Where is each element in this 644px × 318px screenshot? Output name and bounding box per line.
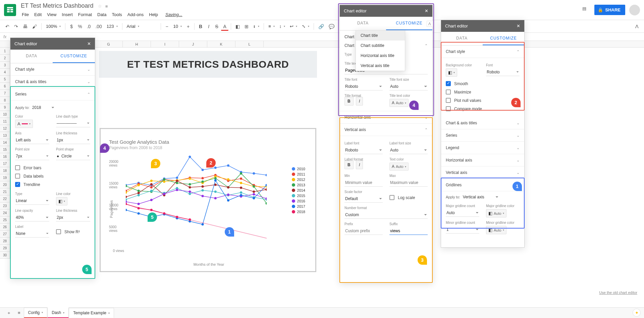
chart-font-select[interactable]: Roboto — [486, 68, 520, 76]
maximize-checkbox[interactable] — [446, 89, 451, 94]
min-input[interactable] — [344, 179, 383, 187]
row-header[interactable]: 11 — [0, 118, 10, 125]
row-header[interactable]: 12 — [0, 125, 10, 132]
section-series[interactable]: Series⌃ — [10, 88, 95, 101]
row-header[interactable]: 26 — [0, 224, 10, 231]
gridlines-apply-select[interactable]: Vertical axis — [462, 193, 499, 201]
paint-format-icon[interactable]: 🖌 — [30, 22, 39, 31]
column-header[interactable]: H — [123, 41, 151, 47]
link-icon[interactable]: 🔗 — [316, 22, 326, 31]
close-icon[interactable]: ✕ — [517, 23, 520, 28]
sheet-tab-config[interactable]: Config▾ — [24, 308, 48, 318]
section-gridlines[interactable]: Gridlines⌃ — [441, 179, 524, 191]
sheet-tab-template[interactable]: Template Example▾ — [69, 308, 114, 318]
row-header[interactable]: 1 — [0, 48, 10, 55]
close-icon[interactable]: ✕ — [425, 8, 428, 13]
print-icon[interactable]: 🖶 — [21, 22, 30, 31]
title-color-picker[interactable]: AAuto — [389, 99, 409, 107]
data-labels-checkbox[interactable] — [15, 174, 20, 179]
section-horizontal-axis[interactable]: Horizontal axis⌄ — [441, 154, 524, 167]
sheets-logo[interactable] — [4, 4, 16, 16]
tab-data[interactable]: DATA — [340, 17, 386, 30]
column-header[interactable]: G — [95, 41, 123, 47]
merge-icon[interactable]: ⫾ — [251, 22, 261, 30]
collapse-toolbar-icon[interactable]: ᐱ — [633, 22, 641, 31]
line-thickness-select[interactable]: 1px — [56, 136, 90, 144]
option-haxis-title[interactable]: Horizontal axis title — [356, 51, 405, 61]
number-format-select[interactable]: 123 — [105, 22, 120, 30]
grid-corner[interactable] — [0, 41, 10, 48]
inc-decimal-icon[interactable]: .00 — [93, 22, 104, 31]
text-color-picker[interactable]: AAuto — [389, 163, 409, 171]
compare-checkbox[interactable] — [446, 106, 451, 111]
row-header[interactable]: 20 — [0, 181, 10, 188]
column-header[interactable]: J — [179, 41, 207, 47]
plot-null-checkbox[interactable] — [446, 98, 451, 103]
title-italic-btn[interactable]: I — [356, 97, 363, 106]
row-header[interactable]: 22 — [0, 195, 10, 202]
document-title[interactable]: ET Test Metrics Dashboard — [19, 2, 95, 10]
font-size-select[interactable]: 10 — [171, 22, 184, 30]
menu-data[interactable]: Data — [95, 11, 109, 18]
column-header[interactable]: L — [235, 41, 264, 47]
row-header[interactable]: 25 — [0, 216, 10, 224]
close-icon[interactable]: ✕ — [87, 41, 91, 46]
spreadsheet-grid[interactable]: DEFGHIJKL 123456789101112131415161718192… — [0, 41, 644, 307]
row-header[interactable]: 5 — [0, 76, 10, 83]
section-series[interactable]: Series⌄ — [441, 129, 524, 142]
option-vaxis-title[interactable]: Vertical axis title — [356, 61, 405, 71]
currency-icon[interactable]: $ — [68, 22, 75, 31]
menu-format[interactable]: Format — [76, 11, 94, 18]
menu-edit[interactable]: Edit — [32, 11, 44, 18]
tab-customize[interactable]: CUSTOMIZE — [386, 17, 432, 30]
minor-color-picker[interactable]: ◧Auto — [486, 226, 506, 234]
move-folder-icon[interactable]: ■ — [105, 4, 108, 9]
suffix-input[interactable] — [389, 227, 428, 235]
tab-data[interactable]: DATA — [441, 32, 483, 45]
explore-button[interactable]: ✦ — [633, 309, 641, 317]
option-chart-title[interactable]: Chart title — [356, 30, 405, 41]
row-header[interactable]: 16 — [0, 153, 10, 160]
label-font-select[interactable]: Roboto — [344, 146, 383, 154]
row-header[interactable]: 2 — [0, 55, 10, 62]
column-header[interactable]: K — [207, 41, 235, 47]
scroll-up-button[interactable]: ᐱ — [427, 21, 433, 27]
row-header[interactable]: 21 — [0, 188, 10, 195]
menu-insert[interactable]: Insert — [59, 11, 75, 18]
number-format-select[interactable]: Custom — [344, 211, 428, 219]
row-header[interactable]: 8 — [0, 97, 10, 104]
trend-label-select[interactable]: None — [15, 230, 49, 238]
line-dash-select[interactable]: ─────── — [56, 120, 90, 127]
point-shape-select[interactable]: ● Circle — [56, 152, 90, 160]
menu-tools[interactable]: Tools — [109, 11, 124, 18]
trend-type-select[interactable]: Linear — [15, 197, 49, 205]
trendline-checkbox[interactable] — [15, 182, 20, 187]
title-size-select[interactable]: Auto — [389, 83, 428, 90]
scale-select[interactable]: Default — [344, 195, 383, 203]
row-header[interactable]: 28 — [0, 238, 10, 245]
section-chart-style[interactable]: Chart style⌃ — [441, 46, 524, 58]
log-scale-checkbox[interactable] — [389, 195, 394, 200]
share-button[interactable]: 🔒 SHARE — [594, 5, 625, 15]
max-input[interactable] — [389, 179, 428, 187]
major-color-picker[interactable]: ◧Auto — [486, 209, 506, 217]
dec-decimal-icon[interactable]: .0 — [85, 22, 93, 31]
row-header[interactable]: 30 — [0, 252, 10, 259]
row-header[interactable]: 7 — [0, 90, 10, 97]
menu-view[interactable]: View — [45, 11, 59, 18]
dec-font-icon[interactable]: − — [163, 22, 171, 31]
row-header[interactable]: 13 — [0, 132, 10, 139]
label-bold-btn[interactable]: B — [344, 161, 354, 169]
row-header[interactable]: 6 — [0, 83, 10, 90]
inc-font-icon[interactable]: + — [184, 22, 192, 31]
major-count-select[interactable]: Auto — [446, 209, 479, 217]
minor-count-select[interactable]: 1 — [446, 226, 479, 234]
undo-icon[interactable]: ↶ — [3, 22, 11, 31]
tab-customize[interactable]: CUSTOMIZE — [53, 50, 95, 63]
borders-icon[interactable]: ⊞ — [243, 22, 251, 31]
title-bold-btn[interactable]: B — [344, 97, 354, 106]
zoom-select[interactable]: 100% — [44, 22, 63, 30]
menu-file[interactable]: File — [19, 11, 31, 18]
menu-help[interactable]: Help — [147, 11, 160, 18]
comments-icon[interactable]: ▤ — [582, 6, 590, 14]
